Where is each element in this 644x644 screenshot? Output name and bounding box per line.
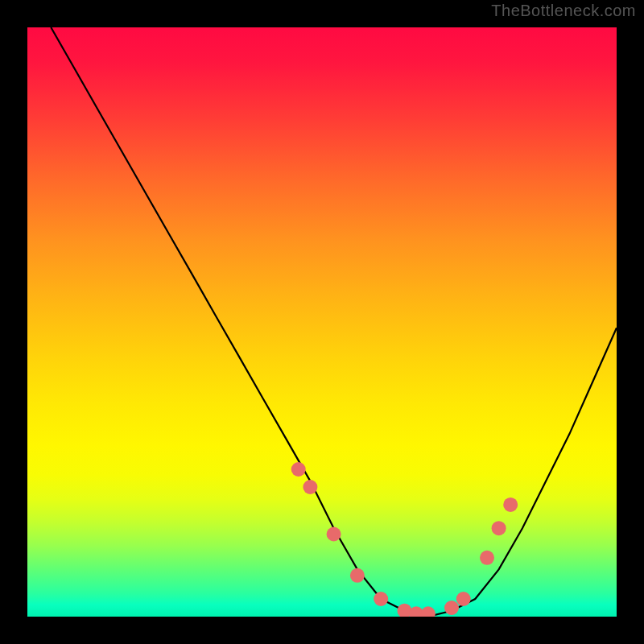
- marker-dot: [503, 497, 518, 512]
- watermark-text: TheBottleneck.com: [491, 2, 636, 20]
- marker-dot: [374, 592, 388, 606]
- marker-dot: [327, 527, 341, 542]
- curve-layer: [27, 27, 617, 617]
- marker-dot: [421, 606, 436, 617]
- marker-dot: [456, 592, 471, 606]
- marker-dot: [303, 480, 317, 494]
- marker-dots-group: [291, 462, 518, 617]
- marker-dot: [480, 551, 494, 565]
- chart-frame: TheBottleneck.com: [0, 0, 644, 644]
- plot-area: [27, 27, 617, 617]
- marker-dot: [291, 462, 306, 477]
- marker-dot: [492, 521, 506, 535]
- marker-dot: [350, 568, 365, 583]
- marker-dot: [444, 601, 459, 615]
